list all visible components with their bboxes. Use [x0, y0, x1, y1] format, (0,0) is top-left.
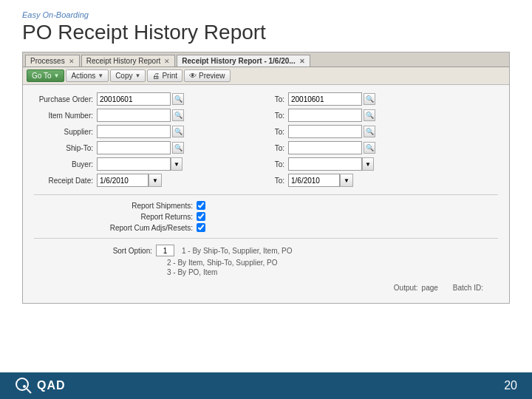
batch-row: Batch ID: [453, 284, 487, 292]
receipt-date-section: Receipt Date: ▼ To: ▼ [34, 174, 498, 190]
item-number-input[interactable] [97, 109, 171, 122]
po-to-label: To: [266, 95, 284, 103]
report-shipments-label: Report Shipments: [97, 202, 193, 210]
item-number-search-button[interactable]: 🔍 [172, 109, 184, 121]
divider-1 [34, 194, 498, 195]
supplier-section: Supplier: 🔍 To: 🔍 [34, 125, 498, 141]
sort-input[interactable] [156, 245, 174, 256]
receipt-date-dropdown-button[interactable]: ▼ [149, 174, 162, 187]
report-cum-row: Report Cum Adjs/Resets: [97, 223, 498, 232]
page-number: 20 [504, 379, 517, 392]
ship-to-right: To: 🔍 [266, 141, 498, 157]
buyer-dropdown-button[interactable]: ▼ [171, 157, 183, 171]
report-cum-label: Report Cum Adjs/Resets: [97, 224, 193, 232]
print-button[interactable]: 🖨 Print [147, 69, 183, 82]
tab-receipt-history[interactable]: Receipt History Report ✕ [81, 55, 176, 66]
item-to-input[interactable] [288, 109, 362, 122]
sort-option-row: Sort Option: 1 - By Ship-To, Supplier, I… [97, 245, 498, 256]
qad-logo-icon [15, 377, 33, 395]
buyer-to-dropdown-button[interactable]: ▼ [362, 157, 374, 171]
ship-to-to-label: To: [266, 144, 284, 152]
goto-label: Go To [32, 72, 52, 80]
receipt-date-to-group: To: ▼ [266, 174, 498, 187]
tab-receipt-history-close[interactable]: ✕ [164, 58, 170, 65]
sort-option3-row: 3 - By PO, Item [167, 268, 498, 276]
tab-processes[interactable]: Processes ✕ [25, 55, 80, 66]
report-container: Processes ✕ Receipt History Report ✕ Rec… [22, 52, 510, 304]
receipt-date-label: Receipt Date: [34, 177, 93, 185]
ship-to-to-search-button[interactable]: 🔍 [364, 142, 375, 154]
supplier-to-input[interactable] [288, 125, 362, 138]
output-label: Output: [394, 284, 418, 292]
purchase-order-label: Purchase Order: [34, 95, 93, 103]
ship-to-left: Ship-To: 🔍 [34, 141, 266, 157]
ship-to-search-button[interactable]: 🔍 [172, 142, 184, 154]
item-number-label: Item Number: [34, 112, 93, 120]
supplier-to-group: To: 🔍 [266, 125, 498, 138]
receipt-date-group: Receipt Date: ▼ [34, 174, 266, 187]
purchase-order-section: Purchase Order: 🔍 To: 🔍 [34, 92, 498, 109]
item-number-group: Item Number: 🔍 [34, 109, 266, 122]
sort-option2: 2 - By Item, Ship-To, Supplier, PO [167, 259, 278, 267]
preview-icon: 👁 [189, 72, 197, 80]
goto-button[interactable]: Go To ▼ [27, 69, 64, 82]
buyer-right: To: ▼ [266, 157, 498, 174]
supplier-input[interactable] [97, 125, 171, 138]
sort-option2-row: 2 - By Item, Ship-To, Supplier, PO [167, 259, 498, 267]
goto-arrow-icon: ▼ [54, 72, 60, 79]
svg-point-2 [23, 385, 26, 388]
sort-option1: 1 - By Ship-To, Supplier, Item, PO [182, 247, 293, 255]
copy-button[interactable]: Copy ▼ [110, 69, 146, 82]
po-to-input[interactable] [288, 92, 362, 106]
ship-to-to-input[interactable] [288, 141, 362, 154]
tab-processes-label: Processes [30, 57, 65, 65]
buyer-to-input[interactable] [288, 157, 362, 171]
sort-option3: 3 - By PO, Item [167, 268, 217, 276]
footer-logo: QAD [15, 377, 66, 395]
ship-to-section: Ship-To: 🔍 To: 🔍 [34, 141, 498, 157]
purchase-order-group: Purchase Order: 🔍 [34, 92, 266, 106]
ship-to-group: Ship-To: 🔍 [34, 141, 266, 154]
receipt-date-to-dropdown-button[interactable]: ▼ [340, 174, 353, 187]
form-right: To: 🔍 [266, 92, 498, 109]
purchase-order-search-button[interactable]: 🔍 [172, 93, 184, 105]
ship-to-input[interactable] [97, 141, 171, 154]
supplier-group: Supplier: 🔍 [34, 125, 266, 138]
report-returns-checkbox[interactable] [197, 212, 205, 221]
toolbar: Go To ▼ Actions ▼ Copy ▼ 🖨 Print 👁 Previ… [23, 67, 509, 85]
divider-2 [34, 238, 498, 239]
buyer-input[interactable] [97, 157, 171, 171]
actions-button[interactable]: Actions ▼ [66, 69, 109, 82]
receipt-date-left: Receipt Date: ▼ [34, 174, 266, 190]
receipt-date-to-input[interactable] [288, 174, 340, 187]
report-shipments-checkbox[interactable] [197, 201, 205, 210]
report-cum-checkbox[interactable] [197, 223, 205, 232]
report-returns-row: Report Returns: [97, 212, 498, 221]
tab-receipt-history-report[interactable]: Receipt History Report - 1/6/20... ✕ [177, 55, 310, 66]
tab-receipt-history-label: Receipt History Report [86, 57, 161, 65]
tab-processes-close[interactable]: ✕ [69, 58, 75, 65]
sort-section: Sort Option: 1 - By Ship-To, Supplier, I… [97, 245, 498, 276]
supplier-to-label: To: [266, 128, 284, 136]
sort-options: 2 - By Item, Ship-To, Supplier, PO 3 - B… [167, 259, 498, 276]
supplier-right: To: 🔍 [266, 125, 498, 141]
copy-arrow-icon: ▼ [135, 72, 141, 79]
form-left: Purchase Order: 🔍 [34, 92, 266, 109]
actions-label: Actions [71, 72, 95, 80]
svg-point-0 [16, 378, 28, 390]
purchase-order-input[interactable] [97, 92, 171, 106]
receipt-date-input[interactable] [97, 174, 149, 187]
output-row: Output: page [394, 284, 438, 292]
actions-arrow-icon: ▼ [98, 72, 103, 79]
tab-receipt-history-report-close[interactable]: ✕ [299, 58, 305, 65]
supplier-to-search-button[interactable]: 🔍 [364, 126, 375, 137]
supplier-search-button[interactable]: 🔍 [172, 126, 184, 137]
po-to-group: To: 🔍 [266, 92, 498, 106]
buyer-group: Buyer: ▼ [34, 157, 266, 171]
qad-text: QAD [37, 379, 66, 392]
preview-button[interactable]: 👁 Preview [184, 69, 231, 82]
item-to-group: To: 🔍 [266, 109, 498, 122]
po-to-search-button[interactable]: 🔍 [364, 93, 375, 105]
ship-to-label: Ship-To: [34, 144, 93, 152]
item-to-search-button[interactable]: 🔍 [364, 109, 375, 121]
